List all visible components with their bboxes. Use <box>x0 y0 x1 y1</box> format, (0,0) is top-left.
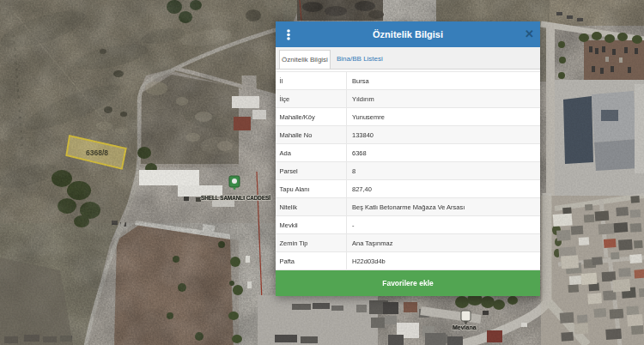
svg-text:6368/8: 6368/8 <box>86 148 108 157</box>
svg-text:Mevlana: Mevlana <box>453 324 477 330</box>
svg-text:SHELL SAMANLI CADDESİ: SHELL SAMANLI CADDESİ <box>201 195 270 201</box>
